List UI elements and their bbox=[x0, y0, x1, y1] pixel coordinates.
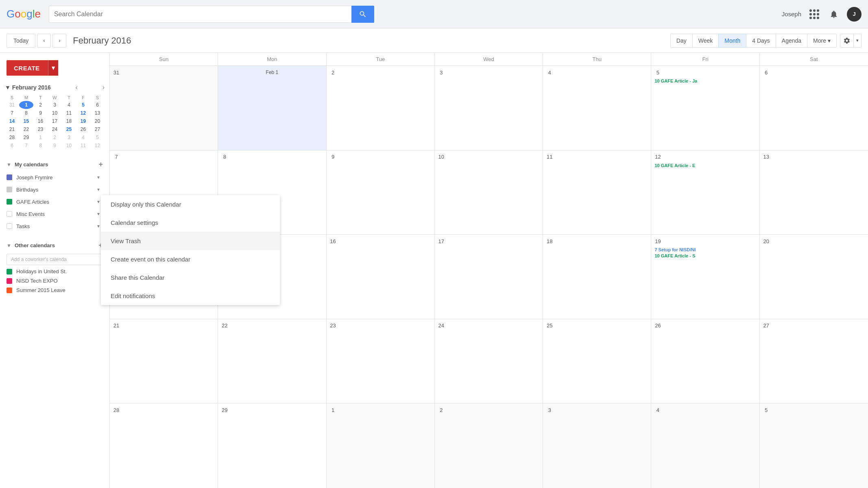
calendar-day-cell[interactable]: 3 bbox=[435, 66, 543, 150]
mini-cal-day[interactable]: 26 bbox=[76, 125, 90, 133]
search-button[interactable] bbox=[351, 6, 374, 23]
day-number[interactable]: 18 bbox=[545, 236, 554, 246]
settings-dropdown-button[interactable]: ▾ bbox=[853, 34, 861, 48]
my-calendars-add-icon[interactable]: + bbox=[98, 160, 103, 169]
calendar-day-cell[interactable]: 18 bbox=[543, 235, 651, 319]
mini-cal-day[interactable]: 15 bbox=[19, 117, 33, 125]
calendar-day-cell[interactable]: 17 bbox=[435, 235, 543, 319]
mini-cal-day[interactable]: 10 bbox=[62, 142, 76, 150]
calendar-day-cell[interactable]: 31 bbox=[110, 66, 218, 150]
day-number[interactable]: 4 bbox=[653, 405, 663, 415]
mini-cal-day[interactable]: 11 bbox=[76, 142, 90, 150]
day-number[interactable]: 7 bbox=[111, 152, 121, 162]
mini-cal-day[interactable]: 9 bbox=[33, 109, 48, 117]
mini-cal-day[interactable]: 18 bbox=[62, 117, 76, 125]
mini-cal-day[interactable]: 6 bbox=[5, 142, 19, 150]
mini-cal-prev[interactable]: ‹ bbox=[76, 84, 78, 91]
day-number[interactable]: 28 bbox=[111, 405, 121, 415]
mini-cal-day[interactable]: 4 bbox=[62, 101, 76, 109]
my-calendar-item[interactable]: GAFE Articles▾ bbox=[0, 196, 109, 208]
day-number[interactable]: 5 bbox=[653, 68, 663, 77]
other-calendar-item[interactable]: NISD Tech EXPO bbox=[0, 276, 109, 285]
mini-cal-day[interactable]: 11 bbox=[62, 109, 76, 117]
calendar-day-cell[interactable]: 4 bbox=[543, 66, 651, 150]
context-menu-item[interactable]: Edit notifications bbox=[101, 287, 280, 305]
view-month-button[interactable]: Month bbox=[718, 34, 746, 48]
mini-cal-day[interactable]: 2 bbox=[33, 101, 48, 109]
calendar-event[interactable]: 10 GAFE Article - S bbox=[653, 253, 757, 259]
calendar-day-cell[interactable]: 23 bbox=[327, 319, 435, 403]
day-number[interactable]: 8 bbox=[220, 152, 229, 162]
mini-cal-day[interactable]: 5 bbox=[76, 101, 90, 109]
view-week-button[interactable]: Week bbox=[692, 34, 719, 48]
calendar-day-cell[interactable]: 6 bbox=[760, 66, 868, 150]
calendar-day-cell[interactable]: 510 GAFE Article - Ja bbox=[651, 66, 759, 150]
calendar-day-cell[interactable]: 27 bbox=[760, 319, 868, 403]
calendar-day-cell[interactable]: Feb 1 bbox=[218, 66, 326, 150]
add-coworker-input[interactable]: Add a coworker's calenda bbox=[7, 254, 103, 265]
mini-cal-day[interactable]: 13 bbox=[90, 109, 105, 117]
today-button[interactable]: Today bbox=[7, 34, 35, 48]
prev-nav-button[interactable]: ‹ bbox=[37, 34, 51, 48]
calendar-day-cell[interactable]: 22 bbox=[218, 319, 326, 403]
calendar-day-cell[interactable]: 10 bbox=[435, 150, 543, 235]
calendar-day-cell[interactable]: 24 bbox=[435, 319, 543, 403]
calendar-event[interactable]: 7 Setup for NISD/NI bbox=[653, 247, 757, 253]
mini-cal-day[interactable]: 17 bbox=[48, 117, 62, 125]
day-number[interactable]: 6 bbox=[761, 68, 771, 77]
mini-cal-day[interactable]: 1 bbox=[19, 101, 33, 109]
view-more-button[interactable]: More ▾ bbox=[807, 34, 837, 48]
view-4days-button[interactable]: 4 Days bbox=[746, 34, 776, 48]
mini-cal-day[interactable]: 1 bbox=[33, 133, 48, 142]
my-calendars-header[interactable]: ▼ My calendars + bbox=[0, 158, 109, 171]
day-number[interactable]: 2 bbox=[436, 405, 446, 415]
calendar-day-cell[interactable]: 2 bbox=[327, 66, 435, 150]
context-menu-item[interactable]: Create event on this calendar bbox=[101, 250, 280, 268]
day-number[interactable]: 20 bbox=[761, 236, 771, 246]
calendar-day-cell[interactable]: 26 bbox=[651, 319, 759, 403]
mini-cal-day[interactable]: 6 bbox=[90, 101, 105, 109]
mini-cal-day[interactable]: 4 bbox=[76, 133, 90, 142]
apps-icon[interactable] bbox=[808, 8, 821, 21]
avatar[interactable]: J bbox=[847, 7, 861, 22]
create-button[interactable]: CREATE ▾ bbox=[7, 60, 58, 76]
day-number[interactable]: 12 bbox=[653, 152, 663, 162]
calendar-day-cell[interactable]: 3 bbox=[543, 403, 651, 488]
day-number[interactable]: 4 bbox=[545, 68, 554, 77]
day-number[interactable]: 1 bbox=[328, 405, 338, 415]
my-calendar-item[interactable]: Joseph Frymire▾ bbox=[0, 171, 109, 183]
calendar-options-button[interactable]: ▾ bbox=[94, 185, 103, 194]
mini-cal-day[interactable]: 16 bbox=[33, 117, 48, 125]
calendar-day-cell[interactable]: 16 bbox=[327, 235, 435, 319]
mini-cal-day[interactable]: 7 bbox=[5, 109, 19, 117]
mini-cal-day[interactable]: 3 bbox=[48, 101, 62, 109]
calendar-options-button[interactable]: ▾ bbox=[94, 173, 103, 182]
view-day-button[interactable]: Day bbox=[670, 34, 693, 48]
mini-cal-day[interactable]: 22 bbox=[19, 125, 33, 133]
mini-cal-day[interactable]: 12 bbox=[76, 109, 90, 117]
mini-cal-day[interactable]: 7 bbox=[19, 142, 33, 150]
day-number[interactable]: 21 bbox=[111, 321, 121, 331]
mini-cal-day[interactable]: 10 bbox=[48, 109, 62, 117]
settings-button[interactable] bbox=[840, 34, 854, 48]
mini-cal-day[interactable]: 20 bbox=[90, 117, 105, 125]
day-number[interactable]: 17 bbox=[436, 236, 446, 246]
calendar-day-cell[interactable]: 5 bbox=[760, 403, 868, 488]
mini-cal-next[interactable]: › bbox=[103, 84, 105, 91]
day-number[interactable]: 22 bbox=[220, 321, 229, 331]
other-calendar-item[interactable]: Holidays in United St. bbox=[0, 267, 109, 276]
calendar-day-cell[interactable]: 20 bbox=[760, 235, 868, 319]
day-number[interactable]: 11 bbox=[545, 152, 554, 162]
day-number[interactable]: 27 bbox=[761, 321, 771, 331]
day-number[interactable]: 19 bbox=[653, 236, 663, 246]
day-number[interactable]: 5 bbox=[761, 405, 771, 415]
calendar-day-cell[interactable]: 9 bbox=[327, 150, 435, 235]
day-number[interactable]: 25 bbox=[545, 321, 554, 331]
context-menu-item[interactable]: Display only this Calendar bbox=[101, 195, 280, 214]
mini-cal-day[interactable]: 25 bbox=[62, 125, 76, 133]
create-dropdown-arrow[interactable]: ▾ bbox=[48, 60, 59, 76]
my-calendar-item[interactable]: Birthdays▾ bbox=[0, 183, 109, 196]
day-number[interactable]: 23 bbox=[328, 321, 338, 331]
day-number[interactable]: 10 bbox=[436, 152, 446, 162]
mini-cal-day[interactable]: 3 bbox=[62, 133, 76, 142]
